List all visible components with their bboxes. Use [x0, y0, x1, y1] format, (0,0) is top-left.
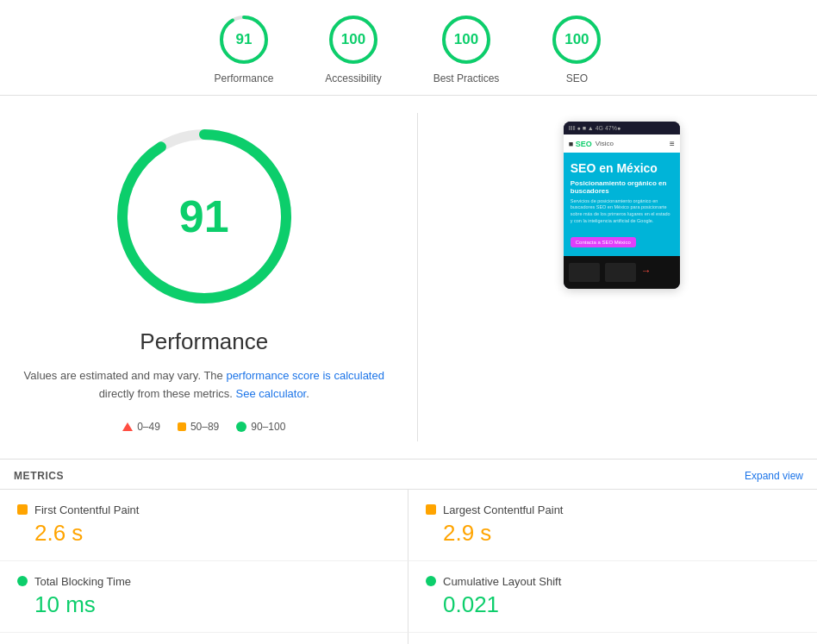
footer-arrow-icon: → — [641, 265, 652, 282]
score-accessibility[interactable]: 100 Accessibility — [325, 14, 381, 84]
metric-lcp-value: 2.9 s — [426, 520, 800, 547]
score-best-practices[interactable]: 100 Best Practices — [433, 14, 500, 84]
metric-lcp-icon — [426, 504, 436, 515]
metric-fcp: First Contentful Paint 2.6 s — [0, 490, 408, 561]
metric-tbt-name: Total Blocking Time — [34, 575, 131, 588]
metric-cls-header: Cumulative Layout Shift — [426, 575, 800, 588]
legend-fail: 0–49 — [122, 421, 160, 433]
score-circle-best-practices: 100 — [440, 14, 492, 66]
hero-subtitle: Posicionamiento orgánico en buscadores — [571, 179, 673, 195]
score-label-seo: SEO — [566, 72, 588, 84]
status-bar-text: lllll ● ■ ▲ 4G 47%● — [569, 125, 621, 131]
legend-pass-icon — [236, 422, 246, 432]
footer-block-2 — [605, 263, 636, 282]
metric-tbt-value: 10 ms — [17, 591, 390, 618]
nav-menu-icon: ≡ — [670, 139, 675, 148]
metric-tbt-icon — [17, 576, 28, 586]
score-value-performance: 91 — [235, 31, 252, 48]
calculator-link[interactable]: See calculator — [236, 387, 307, 400]
score-value-best-practices: 100 — [454, 31, 478, 48]
screenshot-status-bar: lllll ● ■ ▲ 4G 47%● — [564, 122, 680, 134]
metric-si: Speed Index 2.6 s — [0, 633, 408, 644]
metric-cls-name: Cumulative Layout Shift — [443, 575, 561, 588]
legend-pass-range: 90–100 — [251, 421, 285, 433]
footer-block-1 — [569, 263, 600, 282]
score-label-best-practices: Best Practices — [433, 72, 500, 84]
left-panel: 91 Performance Values are estimated and … — [0, 113, 408, 441]
legend-average-range: 50–89 — [190, 421, 219, 433]
hero-title: SEO en México — [571, 161, 673, 176]
perf-description: Values are estimated and may vary. The p… — [17, 367, 391, 403]
nav-subtitle: Visico — [596, 140, 614, 147]
score-label-accessibility: Accessibility — [325, 72, 381, 84]
legend-average-icon — [178, 422, 186, 431]
metric-tbt-header: Total Blocking Time — [17, 575, 390, 588]
hero-cta: Contacta a SEO México — [571, 237, 636, 247]
screenshot-navbar: ■ SEO Visico ≡ — [564, 134, 680, 153]
score-circle-performance: 91 — [218, 14, 270, 66]
right-panel: lllll ● ■ ▲ 4G 47%● ■ SEO Visico ≡ SEO e… — [427, 113, 818, 441]
metric-cls-icon — [426, 576, 436, 586]
score-circle-accessibility: 100 — [327, 14, 379, 66]
metrics-section: METRICS Expand view First Contentful Pai… — [0, 459, 817, 644]
score-legend: 0–49 50–89 90–100 — [122, 421, 285, 433]
metrics-header: METRICS Expand view — [0, 460, 817, 489]
screenshot-footer: → — [564, 256, 680, 289]
score-circle-seo: 100 — [551, 14, 602, 66]
legend-fail-range: 0–49 — [137, 421, 160, 433]
big-score-value: 91 — [179, 191, 229, 242]
score-label-performance: Performance — [215, 72, 274, 84]
expand-view-button[interactable]: Expand view — [745, 470, 803, 482]
score-performance[interactable]: 91 Performance — [215, 14, 274, 84]
legend-fail-icon — [122, 422, 133, 431]
screenshot-hero: SEO en México Posicionamiento orgánico e… — [564, 153, 680, 256]
metric-cls-value: 0.021 — [426, 591, 800, 618]
metric-fcp-header: First Contentful Paint — [17, 503, 390, 516]
score-seo[interactable]: 100 SEO — [551, 14, 602, 84]
score-value-seo: 100 — [564, 31, 589, 48]
hero-body-text: Servicios de posicionamiento orgánico en… — [571, 198, 673, 225]
metric-empty — [408, 633, 817, 644]
legend-average: 50–89 — [178, 421, 219, 433]
metric-cls: Cumulative Layout Shift 0.021 — [408, 561, 817, 633]
big-score-circle: 91 — [109, 122, 299, 311]
metric-fcp-icon — [17, 504, 28, 515]
metric-fcp-name: First Contentful Paint — [34, 503, 139, 516]
site-screenshot: lllll ● ■ ▲ 4G 47%● ■ SEO Visico ≡ SEO e… — [564, 122, 680, 289]
metric-lcp: Largest Contentful Paint 2.9 s — [408, 490, 817, 561]
nav-brand: ■ SEO — [569, 140, 592, 148]
metric-fcp-value: 2.6 s — [17, 520, 390, 547]
metric-lcp-header: Largest Contentful Paint — [426, 503, 800, 516]
main-content: 91 Performance Values are estimated and … — [0, 96, 817, 459]
metric-tbt: Total Blocking Time 10 ms — [0, 561, 408, 633]
scores-bar: 91 Performance 100 Accessibility 100 Bes… — [0, 0, 817, 96]
perf-score-link[interactable]: performance score is calculated — [226, 369, 384, 382]
metrics-section-title: METRICS — [14, 470, 64, 482]
metric-lcp-name: Largest Contentful Paint — [443, 503, 563, 516]
perf-title: Performance — [140, 328, 268, 355]
legend-pass: 90–100 — [236, 421, 285, 433]
panel-divider — [417, 113, 418, 441]
metrics-grid: First Contentful Paint 2.6 s Largest Con… — [0, 489, 817, 644]
score-value-accessibility: 100 — [341, 31, 365, 48]
